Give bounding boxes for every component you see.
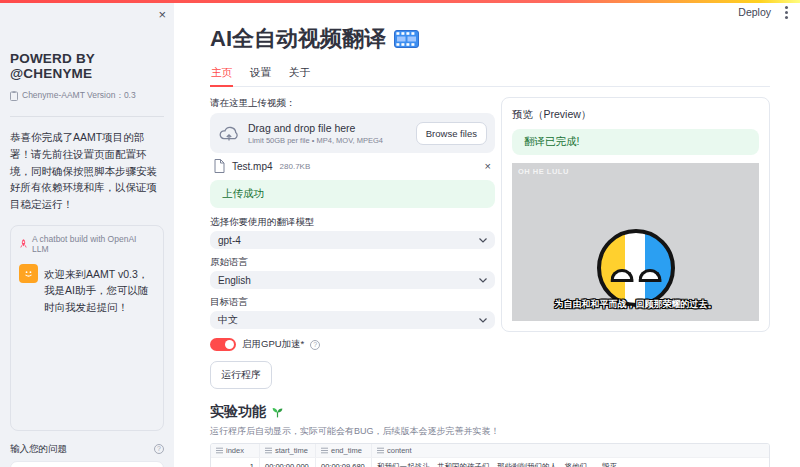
assistant-avatar-icon xyxy=(19,264,38,283)
preview-title: 预览（Preview） xyxy=(512,108,759,122)
tab-home[interactable]: 主页 xyxy=(210,63,233,86)
sprout-icon xyxy=(271,406,284,419)
help-icon[interactable]: ? xyxy=(310,340,320,350)
source-language-select[interactable]: English xyxy=(210,271,495,289)
column-type-icon xyxy=(216,447,223,454)
preview-card: 预览（Preview） 翻译已完成! OH HE LULU 为自由和和平而战，回… xyxy=(501,97,770,332)
sidebar: × POWERD BY @CHENYME Chenyme-AAMT Versio… xyxy=(0,3,174,467)
experimental-title: 实验功能 xyxy=(210,403,266,421)
chatbot-container: A chatbot build with OpenAI LLM 欢迎来到AAMT… xyxy=(10,225,164,431)
sidebar-welcome-text: 恭喜你完成了AAMT项目的部署！请先前往设置页面配置环境，同时确保按照脚本步骤安… xyxy=(10,129,164,213)
column-type-icon xyxy=(321,447,328,454)
target-language-value: 中文 xyxy=(218,313,479,327)
upload-and-form-column: 请在这里上传视频： Drag and drop file here Limit … xyxy=(210,97,495,389)
countryball-eye xyxy=(610,269,633,282)
file-name: Test.mp4 xyxy=(232,161,273,172)
model-label: 选择你要使用的翻译模型 xyxy=(210,216,495,229)
version-text: Chenyme-AAMT Version：0.3 xyxy=(22,90,136,102)
main-content: AI全自动视频翻译 主页 设置 关于 请在这里上传视频： Drag and dr… xyxy=(210,0,770,467)
page-title: AI全自动视频翻译 xyxy=(210,24,386,54)
upload-label: 请在这里上传视频： xyxy=(210,97,495,110)
gpu-toggle-label: 启用GPU加速* xyxy=(242,338,304,351)
chevron-down-icon xyxy=(479,238,487,243)
countryball-character xyxy=(597,229,675,307)
column-type-icon xyxy=(377,447,384,454)
source-language-label: 原始语言 xyxy=(210,256,495,269)
chevron-down-icon xyxy=(479,278,487,283)
dropzone-texts: Drag and drop file here Limit 50GB per f… xyxy=(248,122,408,145)
model-select[interactable]: gpt-4 xyxy=(210,231,495,249)
source-language-value: English xyxy=(218,275,479,286)
file-size: 280.7KB xyxy=(280,162,311,171)
chat-message-text: 欢迎来到AAMT v0.3，我是AI助手，您可以随时向我发起提问！ xyxy=(44,264,155,315)
chevron-down-icon xyxy=(479,318,487,323)
tab-bar: 主页 设置 关于 xyxy=(210,63,770,87)
film-icon xyxy=(394,30,419,48)
table-row[interactable]: 1 00:00:00,000 00:00:09,680 和我们一起战斗，共和国的… xyxy=(211,457,769,467)
column-header-index[interactable]: index xyxy=(211,444,259,457)
sidebar-version-caption: Chenyme-AAMT Version：0.3 xyxy=(10,90,164,102)
dropzone-title: Drag and drop file here xyxy=(248,122,408,134)
sidebar-divider xyxy=(10,116,164,117)
sidebar-close-icon[interactable]: × xyxy=(158,8,166,21)
column-header-end-time[interactable]: end_time xyxy=(315,444,371,457)
countryball-eye xyxy=(638,269,661,282)
browse-files-button[interactable]: Browse files xyxy=(416,122,487,145)
gpu-toggle[interactable] xyxy=(210,338,236,351)
model-select-value: gpt-4 xyxy=(218,235,479,246)
question-input[interactable] xyxy=(10,461,164,467)
video-watermark: OH HE LULU xyxy=(518,167,569,176)
column-header-start-time[interactable]: start_time xyxy=(259,444,315,457)
kebab-menu-icon[interactable] xyxy=(785,11,788,14)
tab-settings[interactable]: 设置 xyxy=(249,63,272,86)
chatbot-caption-text: A chatbot build with OpenAI LLM xyxy=(32,234,155,254)
deploy-button[interactable]: Deploy xyxy=(738,6,771,18)
help-icon[interactable]: ? xyxy=(154,444,164,454)
uploaded-file-row: Test.mp4 280.7KB × xyxy=(210,157,495,175)
chatbot-caption: A chatbot build with OpenAI LLM xyxy=(19,234,155,254)
run-button[interactable]: 运行程序 xyxy=(210,361,272,389)
subtitle-table: index start_time end_time content 1 00:0… xyxy=(210,443,770,467)
tab-about[interactable]: 关于 xyxy=(288,63,311,86)
top-toolbar: Deploy xyxy=(738,6,792,18)
file-icon xyxy=(214,159,225,173)
file-dropzone[interactable]: Drag and drop file here Limit 50GB per f… xyxy=(210,113,495,153)
question-label-row: 输入您的问题 ? xyxy=(10,443,164,456)
sidebar-title: POWERD BY @CHENYME xyxy=(10,51,164,81)
countryball-eyes xyxy=(610,269,661,282)
remove-file-icon[interactable]: × xyxy=(485,161,491,172)
clipboard-icon xyxy=(10,91,18,101)
toggle-knob xyxy=(225,340,234,349)
translation-done-alert: 翻译已完成! xyxy=(512,129,759,155)
table-header-row: index start_time end_time content xyxy=(211,444,769,457)
chat-message: 欢迎来到AAMT v0.3，我是AI助手，您可以随时向我发起提问！ xyxy=(19,264,155,315)
experimental-caption: 运行程序后自动显示，实际可能会有BUG，后续版本会逐步完善并实装！ xyxy=(210,425,770,438)
video-player[interactable]: OH HE LULU 为自由和和平而战，回顾那荣耀的过去。 xyxy=(512,163,759,321)
target-language-select[interactable]: 中文 xyxy=(210,311,495,329)
question-label: 输入您的问题 xyxy=(10,443,154,456)
column-header-content[interactable]: content xyxy=(371,444,769,457)
column-type-icon xyxy=(265,447,272,454)
dropzone-hint: Limit 50GB per file • MP4, MOV, MPEG4 xyxy=(248,136,408,145)
upload-success-alert: 上传成功 xyxy=(210,180,495,208)
gpu-toggle-row: 启用GPU加速* ? xyxy=(210,338,495,351)
rocket-icon xyxy=(19,239,28,248)
video-subtitle: 为自由和和平而战，回顾那荣耀的过去。 xyxy=(512,298,759,311)
cloud-upload-icon xyxy=(218,125,240,142)
preview-column: 预览（Preview） 翻译已完成! OH HE LULU 为自由和和平而战，回… xyxy=(501,97,770,332)
app-window: Deploy × POWERD BY @CHENYME Chenyme-AAMT… xyxy=(0,0,800,467)
target-language-label: 目标语言 xyxy=(210,296,495,309)
